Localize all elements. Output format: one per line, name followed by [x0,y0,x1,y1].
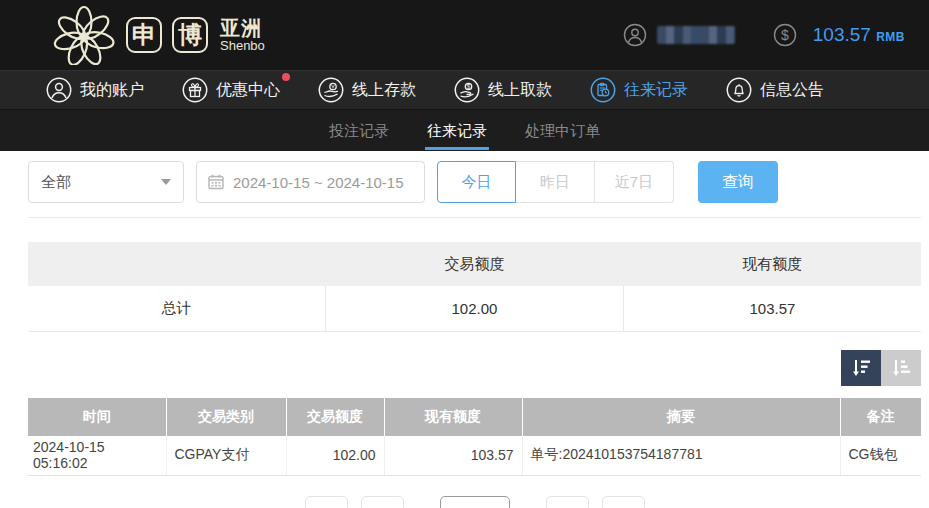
logo-english-text: Shenbo [220,39,265,53]
main-nav: 我的账户 优惠中心 线上存款 $ 线上取款 [0,70,929,110]
summary-header-current-balance: 现有额度 [623,242,921,286]
cell-summary: 单号:202410153754187781 [522,436,840,476]
col-header-remark: 备注 [840,398,921,436]
nav-item-deposit[interactable]: 线上存款 [318,77,416,103]
type-select[interactable]: 全部 [28,161,184,203]
deposit-icon [318,77,344,103]
nav-label: 信息公告 [760,80,824,101]
section-divider [28,217,921,218]
col-header-trade-amount: 交易额度 [286,398,384,436]
cell-trade-type: CGPAY支付 [166,436,286,476]
summary-table: 交易额度 现有额度 总计 102.00 103.57 [28,242,921,332]
withdraw-icon: $ [454,77,480,103]
bell-icon [726,77,752,103]
col-header-trade-type: 交易类别 [166,398,286,436]
sort-ascending-icon [889,356,913,380]
pagination-button-5[interactable] [602,496,645,508]
summary-total-row: 总计 102.00 103.57 [28,286,921,331]
tab-betting-records[interactable]: 投注记录 [327,112,391,150]
user-avatar-icon[interactable] [623,23,647,47]
table-header-row: 时间 交易类别 交易额度 现有额度 摘要 备注 [28,398,921,436]
pagination-button-1[interactable] [305,496,348,508]
date-range-value: 2024-10-15 ~ 2024-10-15 [233,174,404,191]
summary-trade-value: 102.00 [326,286,624,331]
tab-transaction-records[interactable]: 往来记录 [425,112,489,150]
nav-item-my-account[interactable]: 我的账户 [46,77,144,103]
cell-remark: CG钱包 [840,436,921,476]
tab-processing-orders[interactable]: 处理中订单 [523,112,602,150]
cell-trade-amount: 102.00 [286,436,384,476]
nav-item-promotions[interactable]: 优惠中心 [182,77,280,103]
col-header-current-balance: 现有额度 [384,398,522,436]
filter-bar: 全部 2024-10-15 ~ 2024-10-15 今日 昨日 近7日 查询 [28,161,929,203]
cell-time: 2024-10-15 05:16:02 [28,436,166,476]
summary-header-trade-amount: 交易额度 [326,242,624,286]
account-area: $ 103.57 RMB [623,23,905,47]
notification-dot [282,73,290,81]
logo-region-text: 亚洲 [220,18,265,39]
type-select-value: 全部 [41,173,71,192]
lotus-flower-icon [52,5,116,65]
logo-char-shen: 申 [126,17,162,53]
nav-label: 优惠中心 [216,80,280,101]
summary-header-empty [28,242,326,286]
wallet-dollar-icon[interactable]: $ [773,23,797,47]
pagination-button-2[interactable] [361,496,404,508]
svg-text:$: $ [467,83,471,90]
logo-char-bo: 博 [172,17,208,53]
user-icon [46,77,72,103]
last-7-days-button[interactable]: 近7日 [595,161,674,203]
nav-label: 线上取款 [488,80,552,101]
summary-balance-value: 103.57 [623,286,921,331]
balance-display[interactable]: 103.57 RMB [813,24,905,46]
username-blurred[interactable] [657,26,735,44]
calendar-icon [207,173,225,191]
quick-date-buttons: 今日 昨日 近7日 [437,161,674,203]
sort-ascending-button[interactable] [881,350,921,386]
col-header-summary: 摘要 [522,398,840,436]
svg-text:$: $ [781,27,789,43]
nav-label: 线上存款 [352,80,416,101]
sub-nav: 投注记录 往来记录 处理中订单 [0,110,929,151]
top-bar: 申 博 亚洲 Shenbo $ 103.57 RMB [0,0,929,70]
sort-controls [28,350,921,386]
nav-item-announcements[interactable]: 信息公告 [726,77,824,103]
nav-item-withdraw[interactable]: $ 线上取款 [454,77,552,103]
logo-wordmark: 亚洲 Shenbo [220,18,265,53]
nav-label: 往来记录 [624,80,688,101]
transactions-table: 时间 交易类别 交易额度 现有额度 摘要 备注 2024-10-15 05:16… [28,398,921,477]
summary-total-label: 总计 [28,286,326,331]
brand-logo[interactable]: 申 博 亚洲 Shenbo [52,5,265,65]
date-range-input[interactable]: 2024-10-15 ~ 2024-10-15 [196,161,425,203]
chevron-down-icon [161,179,171,185]
yesterday-button[interactable]: 昨日 [516,161,595,203]
records-icon [590,77,616,103]
query-button[interactable]: 查询 [698,161,778,203]
sort-descending-button[interactable] [841,350,881,386]
col-header-time: 时间 [28,398,166,436]
nav-item-transaction-records[interactable]: 往来记录 [590,77,688,103]
table-row: 2024-10-15 05:16:02 CGPAY支付 102.00 103.5… [28,436,921,476]
summary-header-row: 交易额度 现有额度 [28,242,921,286]
nav-label: 我的账户 [80,80,144,101]
cell-current-balance: 103.57 [384,436,522,476]
pagination [28,496,921,508]
gift-icon [182,77,208,103]
today-button[interactable]: 今日 [437,161,516,203]
sort-descending-icon [849,356,873,380]
pagination-current-page[interactable] [440,496,510,508]
pagination-button-4[interactable] [546,496,589,508]
balance-amount: 103.57 [813,24,871,45]
balance-currency: RMB [876,30,905,44]
